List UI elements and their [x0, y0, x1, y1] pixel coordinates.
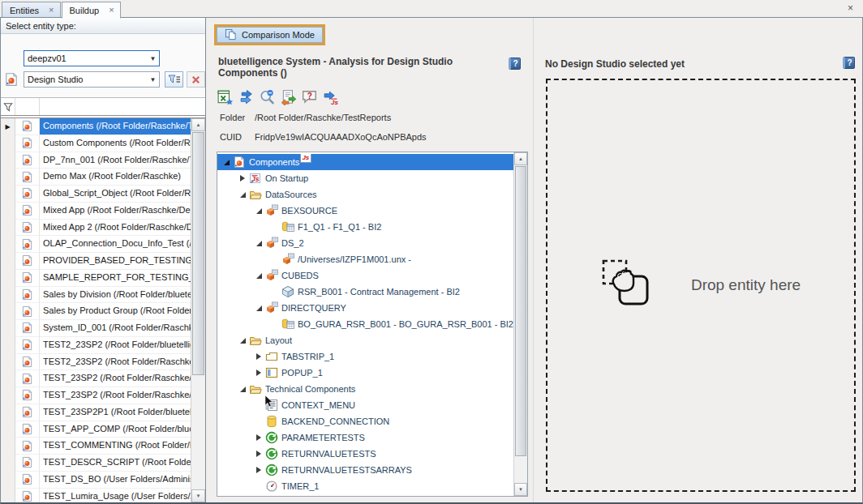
list-filter-row[interactable] — [1, 98, 205, 115]
comparison-mode-button[interactable]: Comparison Mode — [214, 24, 325, 45]
designstudio-entity-icon — [15, 404, 40, 421]
expander-open-icon[interactable] — [238, 338, 247, 344]
tree-row[interactable]: Technical Components — [217, 381, 513, 397]
expander-open-icon[interactable] — [238, 387, 247, 392]
entity-row[interactable]: TEST_DESCR_SCRIPT (/Root Folder/R — [1, 455, 191, 472]
js-export-icon[interactable]: Js — [323, 89, 339, 105]
expander-closed-icon[interactable] — [255, 369, 263, 376]
tree-row[interactable]: TABSTRIP_1 — [217, 348, 513, 365]
entity-row[interactable]: Custom Components (/Root Folder/Ra — [1, 135, 191, 152]
entity-row[interactable]: TEST_23SP2 (/Root Folder/Raschke/D — [1, 370, 191, 387]
expander-closed-icon[interactable] — [255, 434, 263, 441]
document-compare-icon[interactable] — [281, 89, 297, 105]
tree-node-label: Layout — [265, 335, 292, 345]
entity-row[interactable]: PROVIDER_BASED_FOR_TESTING (/F — [1, 253, 191, 270]
tree-row[interactable]: RETURNVALUETESTSARRAYS — [217, 462, 513, 478]
help-bubble-icon[interactable]: ? — [302, 89, 318, 105]
tree-row[interactable]: BACKEND_CONNECTION — [217, 413, 513, 429]
tree-row[interactable]: CUBEDS — [217, 267, 513, 284]
chevron-down-icon[interactable]: ▼ — [147, 55, 159, 62]
expander-open-icon[interactable] — [255, 273, 263, 279]
entity-row[interactable]: Mixed App (/Root Folder/Raschke/De — [1, 203, 191, 220]
scroll-down-icon[interactable]: ▼ — [191, 489, 205, 502]
help-icon[interactable]: ? — [509, 58, 521, 70]
filter-button[interactable] — [165, 71, 183, 88]
row-indicator — [1, 455, 15, 472]
tree-row[interactable]: JsOn Startup — [217, 170, 513, 186]
tree-row[interactable]: BEXSOURCE — [217, 203, 513, 219]
entity-row[interactable]: TEST_DS_BO (/User Folders/Administ — [1, 472, 191, 489]
entity-row[interactable]: SAMPLE_REPORT_FOR_TESTING_M ( — [1, 270, 191, 287]
expander-closed-icon[interactable] — [255, 467, 263, 473]
entity-row[interactable]: TEST_COMMENTING (/Root Folder/bl — [1, 438, 191, 455]
tree-node-label: RETURNVALUETESTS — [281, 449, 376, 459]
tree-row[interactable]: DataSources — [217, 186, 513, 203]
entity-row[interactable]: OLAP_Connection_Docu_Info_Test (/ — [1, 236, 191, 253]
tree-row[interactable]: PARAMETERTESTS — [217, 429, 513, 446]
funnel-icon[interactable] — [1, 98, 15, 115]
expander-closed-icon[interactable] — [255, 353, 263, 360]
tab-entities[interactable]: Entities × — [2, 2, 61, 18]
tree-row[interactable]: RSR_B001 - Contract Management - BI2 — [217, 284, 513, 300]
entity-row[interactable]: Demo Max (/Root Folder/Raschke) — [1, 169, 191, 186]
tree-row[interactable]: RETURNVALUETESTS — [217, 446, 513, 462]
entity-row[interactable]: TEST2_23SP2 (/Root Folder/Raschke, — [1, 354, 191, 371]
tree-row[interactable]: ComponentsJs — [217, 154, 513, 170]
entity-row[interactable]: Mixed App 2 (/Root Folder/Raschke/D — [1, 220, 191, 237]
expander-open-icon[interactable] — [238, 192, 247, 198]
entity-row[interactable]: TEST_23SP2 (/Root Folder/Raschke/L — [1, 387, 191, 404]
scroll-thumb[interactable] — [515, 166, 526, 456]
tree-row[interactable]: F1_Q1 - F1_Q1 - BI2 — [217, 219, 513, 235]
entity-label: TEST_DESCR_SCRIPT (/Root Folder/R — [40, 455, 191, 472]
filter-cell-text[interactable] — [40, 98, 205, 115]
close-icon[interactable]: × — [848, 3, 853, 13]
scroll-thumb[interactable] — [192, 132, 204, 375]
scroll-up-icon[interactable]: ▲ — [514, 152, 527, 165]
tree-row[interactable]: TIMER_1 — [217, 478, 513, 494]
tree-row[interactable]: DIRECTQUERY — [217, 300, 513, 316]
triangle-glyph — [256, 208, 262, 214]
tab-buildup[interactable]: Buildup × — [62, 2, 121, 19]
system-select[interactable]: deepzv01 ▼ — [24, 50, 160, 66]
entity-row[interactable]: TEST_Lumira_Usage (/User Folders/A — [1, 489, 191, 503]
entity-type-select[interactable]: Design Studio ▼ — [24, 71, 160, 88]
expander-open-icon[interactable] — [255, 305, 263, 311]
expander-open-icon[interactable] — [255, 241, 263, 246]
entity-row[interactable]: ▶Components (/Root Folder/Raschke/T — [1, 118, 191, 135]
tree-row[interactable]: DS_2 — [217, 235, 513, 251]
close-icon[interactable]: × — [49, 6, 54, 15]
tree-row[interactable]: CONTEXT_MENU — [217, 397, 513, 413]
entity-label: TEST_23SP2 (/Root Folder/Raschke/L — [40, 387, 191, 404]
expander-open-icon[interactable] — [222, 160, 230, 165]
entity-row[interactable]: Sales by Division (/Root Folder/bluete — [1, 287, 191, 304]
close-icon[interactable]: × — [109, 6, 114, 15]
scroll-up-icon[interactable]: ▲ — [191, 118, 205, 131]
expander-closed-icon[interactable] — [255, 451, 263, 457]
entity-row[interactable]: TEST2_23SP2 (/Root Folder/bluetellig — [1, 337, 191, 354]
entity-row[interactable]: System_ID_001 (/Root Folder/Raschk — [1, 320, 191, 337]
entity-row[interactable]: Sales by Product Group (/Root Folder — [1, 303, 191, 320]
tree-row[interactable]: /Universes/IZPF1M001.unx - — [217, 251, 513, 267]
help-icon[interactable]: ? — [843, 57, 855, 69]
filter-cell-icon[interactable] — [15, 98, 40, 115]
tree-scrollbar[interactable]: ▲ ▼ — [513, 152, 527, 496]
entity-row[interactable]: DP_7nn_001 (/Root Folder/Raschke/T — [1, 152, 191, 169]
tree-row[interactable]: Layout — [217, 332, 513, 348]
expander-closed-icon[interactable] — [238, 175, 247, 182]
triangle-glyph — [240, 175, 245, 182]
tree-row[interactable]: BO_GURA_RSR_B001 - BO_GURA_RSR_B001 - BI… — [217, 316, 513, 332]
zoom-out-icon[interactable] — [260, 89, 276, 105]
chevron-down-icon[interactable]: ▼ — [147, 76, 159, 83]
entity-row[interactable]: Global_Script_Object (/Root Folder/R — [1, 186, 191, 203]
expander-open-icon[interactable] — [255, 208, 263, 214]
excel-export-icon[interactable] — [217, 89, 234, 105]
drag-drop-hand-icon — [601, 258, 655, 312]
entity-row[interactable]: TEST_23SP2P1 (/Root Folder/bluetelli — [1, 404, 191, 421]
tree-row[interactable]: POPUP_1 — [217, 365, 513, 381]
transfer-arrows-icon[interactable] — [238, 89, 255, 105]
entity-dropzone[interactable]: Drop entity here — [546, 79, 856, 492]
entity-list-scrollbar[interactable]: ▲ ▼ — [191, 118, 205, 502]
clear-filter-button[interactable] — [187, 71, 205, 88]
scroll-down-icon[interactable]: ▼ — [514, 483, 527, 496]
entity-row[interactable]: TEST_APP_COMP (/Root Folder/bluet — [1, 421, 191, 438]
